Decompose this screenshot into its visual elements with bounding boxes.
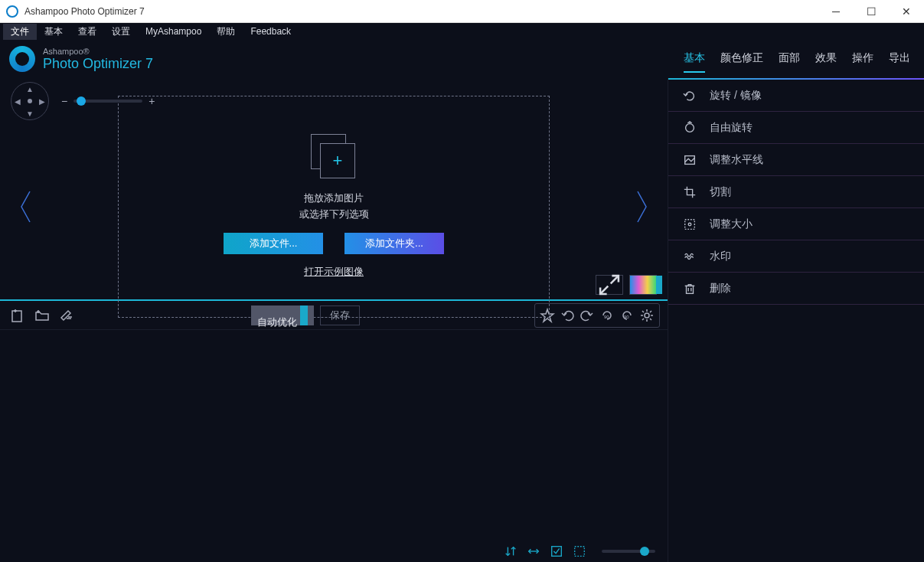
fullscreen-button[interactable] — [596, 275, 623, 295]
zoom-track[interactable] — [73, 100, 142, 103]
right-panel-list: 旋转 / 镜像自由旋转调整水平线切割调整大小水印删除 — [668, 80, 924, 305]
right-panel-item-label: 删除 — [710, 282, 731, 296]
rotate-mirror-icon — [682, 88, 697, 103]
window-controls: ─ ☐ ✕ — [818, 0, 924, 23]
brand-logo-icon — [9, 46, 35, 72]
sort-icon[interactable] — [504, 544, 518, 558]
menu-item-5[interactable]: 帮助 — [209, 24, 243, 40]
window-title: Ashampoo Photo Optimizer 7 — [24, 6, 818, 17]
maximize-button[interactable]: ☐ — [854, 0, 889, 23]
auto-optimize-dropdown-icon — [300, 306, 308, 325]
dropzone-buttons: 添加文件... 添加文件夹... — [224, 233, 444, 254]
clear-icon[interactable] — [57, 306, 77, 325]
rotate-right-90-icon[interactable]: 90 — [618, 306, 636, 325]
right-tab-0[interactable]: 基本 — [684, 51, 705, 73]
settings-gear-icon[interactable] — [638, 306, 656, 325]
right-panel-item-label: 自由旋转 — [710, 121, 753, 135]
drop-zone[interactable]: + 拖放添加图片 或选择下列选项 添加文件... 添加文件夹... 打开示例图像 — [118, 96, 550, 318]
history-tools: 90 90 — [534, 303, 660, 328]
stage: + 拖放添加图片 或选择下列选项 添加文件... 添加文件夹... 打开示例图像 — [11, 116, 657, 296]
filmstrip — [0, 330, 668, 541]
menu-item-0[interactable]: 文件 — [3, 24, 37, 40]
right-panel-item-label: 水印 — [710, 250, 731, 263]
menu-item-2[interactable]: 查看 — [70, 24, 104, 40]
redo-icon[interactable] — [578, 306, 596, 325]
svg-line-0 — [600, 286, 608, 294]
right-panel-item-4[interactable]: 调整大小 — [668, 208, 924, 240]
open-sample-link[interactable]: 打开示例图像 — [304, 265, 364, 279]
add-image-icon: + — [311, 134, 357, 180]
dropzone-text: 拖放添加图片 或选择下列选项 — [299, 191, 369, 223]
right-panel-item-3[interactable]: 切割 — [668, 176, 924, 208]
svg-text:90: 90 — [624, 315, 629, 319]
svg-point-12 — [645, 313, 649, 318]
free-rotate-icon — [682, 120, 697, 136]
right-tab-3[interactable]: 效果 — [815, 51, 837, 73]
brand-line1: Ashampoo® — [43, 47, 153, 56]
canvas-area: ▲ ◀▶ ▼ − + + — [0, 78, 668, 299]
delete-icon — [682, 281, 697, 296]
svg-rect-2 — [12, 311, 21, 322]
add-file-button[interactable]: 添加文件... — [224, 233, 323, 254]
thumbnail-size-slider[interactable] — [602, 550, 655, 553]
footer-bar — [0, 541, 668, 562]
crop-icon — [682, 185, 697, 200]
right-panel-item-6[interactable]: 删除 — [668, 273, 924, 305]
right-tab-2[interactable]: 面部 — [779, 51, 800, 73]
right-panel-item-label: 调整水平线 — [710, 153, 763, 167]
svg-text:90: 90 — [604, 315, 609, 319]
rotate-left-90-icon[interactable]: 90 — [598, 306, 616, 325]
right-panel-item-0[interactable]: 旋转 / 镜像 — [668, 80, 924, 112]
auto-optimize-button[interactable]: 自动优化 — [251, 306, 314, 325]
menu-item-6[interactable]: Feedback — [243, 25, 299, 38]
right-panel: 旋转 / 镜像自由旋转调整水平线切割调整大小水印删除 — [668, 78, 924, 562]
window-titlebar: Ashampoo Photo Optimizer 7 ─ ☐ ✕ — [0, 0, 924, 23]
dropzone-line1: 拖放添加图片 — [299, 191, 369, 207]
svg-line-1 — [611, 276, 619, 283]
compare-view-button[interactable] — [629, 275, 657, 295]
right-panel-item-2[interactable]: 调整水平线 — [668, 144, 924, 176]
brand: Ashampoo® Photo Optimizer 7 — [0, 40, 668, 78]
right-tabs: 基本颜色修正面部效果操作导出 — [668, 45, 924, 73]
zoom-minus-icon[interactable]: − — [61, 95, 67, 107]
undo-icon[interactable] — [558, 306, 576, 325]
right-tab-1[interactable]: 颜色修正 — [720, 51, 763, 73]
fit-width-icon[interactable] — [527, 544, 540, 558]
header-row: Ashampoo® Photo Optimizer 7 基本颜色修正面部效果操作… — [0, 40, 924, 78]
main-split: ▲ ◀▶ ▼ − + + — [0, 78, 924, 562]
left-pane: ▲ ◀▶ ▼ − + + — [0, 78, 668, 562]
app-icon — [6, 5, 18, 18]
svg-rect-20 — [685, 219, 695, 229]
right-panel-item-label: 切割 — [710, 185, 731, 199]
svg-rect-17 — [575, 547, 585, 557]
app-body: 文件基本查看设置MyAshampoo帮助Feedback Ashampoo® P… — [0, 23, 924, 562]
prev-image-button[interactable] — [11, 190, 41, 224]
svg-point-18 — [686, 123, 694, 132]
watermark-icon — [682, 249, 697, 264]
right-panel-item-label: 旋转 / 镜像 — [710, 89, 762, 103]
resize-icon — [682, 217, 697, 232]
menu-item-3[interactable]: 设置 — [104, 24, 138, 40]
right-tab-4[interactable]: 操作 — [852, 51, 873, 73]
horizon-icon — [682, 152, 697, 168]
grid-view-icon[interactable] — [573, 544, 586, 558]
svg-rect-16 — [552, 547, 562, 557]
close-button[interactable]: ✕ — [889, 0, 924, 23]
right-panel-item-label: 调整大小 — [710, 217, 753, 231]
add-folder-icon[interactable] — [32, 306, 52, 325]
add-file-icon[interactable] — [8, 306, 28, 325]
right-panel-item-5[interactable]: 水印 — [668, 240, 924, 273]
next-image-button[interactable] — [626, 190, 657, 224]
menu-item-1[interactable]: 基本 — [37, 24, 70, 40]
dropzone-line2: 或选择下列选项 — [299, 207, 369, 223]
menu-item-4[interactable]: MyAshampoo — [138, 25, 209, 38]
add-folder-button[interactable]: 添加文件夹... — [344, 233, 444, 254]
pan-control[interactable]: ▲ ◀▶ ▼ — [11, 82, 49, 120]
checkbox-view-icon[interactable] — [550, 544, 563, 558]
right-panel-item-1[interactable]: 自由旋转 — [668, 112, 924, 144]
brand-line2: Photo Optimizer 7 — [43, 56, 153, 72]
right-tab-5[interactable]: 导出 — [889, 51, 910, 73]
minimize-button[interactable]: ─ — [818, 0, 854, 23]
svg-rect-22 — [687, 286, 694, 293]
menubar: 文件基本查看设置MyAshampoo帮助Feedback — [0, 23, 924, 40]
